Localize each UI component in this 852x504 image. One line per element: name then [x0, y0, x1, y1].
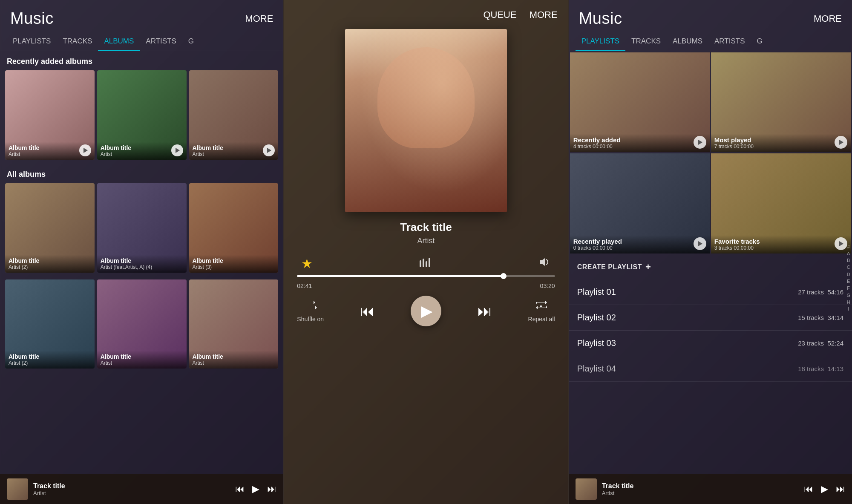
alpha-hash[interactable]: # [846, 243, 850, 249]
album-artist: Artist [101, 360, 183, 366]
alpha-f[interactable]: F [846, 285, 850, 291]
all-albums-grid-1: Album title Artist (2) Album title Artis… [0, 183, 283, 277]
play-button[interactable]: ▶ [411, 296, 441, 326]
albums-more-button[interactable]: MORE [245, 13, 273, 24]
player-more-button[interactable]: MORE [530, 9, 558, 20]
tab-g-3[interactable]: G [751, 32, 768, 51]
play-pause-button-3[interactable]: ▶ [821, 484, 828, 495]
list-item[interactable]: Favorite tracks 3 tracks 00:00:00 [711, 153, 851, 253]
playlists-more-button[interactable]: MORE [814, 13, 842, 24]
tab-albums-1[interactable]: ALBUMS [98, 32, 140, 51]
list-item[interactable]: Album title Artist [189, 279, 279, 369]
shuffle-icon [304, 300, 317, 313]
prev-track-button[interactable]: ⏮ [360, 303, 374, 320]
album-info: Album title Artist (2) [5, 255, 95, 273]
albums-content: Music MORE PLAYLISTS TRACKS ALBUMS ARTIS… [0, 0, 283, 504]
album-title: Album title [101, 257, 183, 264]
album-title: Album title [193, 353, 275, 360]
album-play-button[interactable] [171, 144, 183, 156]
list-item[interactable]: Album title Artist (2) [5, 183, 95, 273]
list-item[interactable]: Recently played 0 tracks 00:00:00 [570, 153, 710, 253]
smart-playlist-meta: 3 tracks 00:00:00 [714, 245, 847, 251]
album-art-container [284, 25, 567, 221]
progress-current: 02:41 [297, 282, 312, 289]
equalizer-icon[interactable] [419, 257, 432, 270]
queue-button[interactable]: QUEUE [483, 9, 516, 20]
alpha-h[interactable]: H [846, 299, 850, 305]
next-button[interactable]: ⏭ [267, 484, 276, 495]
mini-player-thumb [7, 478, 28, 500]
svg-rect-0 [420, 260, 421, 267]
album-play-button[interactable] [263, 144, 275, 156]
create-playlist-button[interactable]: CREATE PLAYLIST + [569, 255, 852, 279]
next-track-button[interactable]: ⏭ [478, 303, 492, 320]
volume-icon[interactable] [538, 257, 551, 270]
playlist-name: Playlist 02 [577, 313, 616, 323]
player-header: QUEUE MORE [284, 0, 567, 25]
album-artist: Artist (feat.Artist, A) (4) [101, 264, 183, 270]
svg-rect-3 [429, 258, 430, 267]
prev-button-3[interactable]: ⏮ [804, 484, 813, 495]
tab-artists-3[interactable]: ARTISTS [708, 32, 751, 51]
next-button-3[interactable]: ⏭ [836, 484, 845, 495]
playlist-name: Playlist 03 [577, 338, 616, 348]
player-icons-row: ★ [284, 252, 567, 275]
list-item[interactable]: Album title Artist (feat.Artist, A) (4) [97, 183, 187, 273]
tab-playlists-3[interactable]: PLAYLISTS [576, 32, 625, 51]
mini-controls: ⏮ ▶ ⏭ [235, 484, 276, 495]
alpha-d[interactable]: D [846, 271, 850, 277]
mini-player-info: Track title Artist [602, 482, 799, 496]
alpha-b[interactable]: B [846, 257, 850, 263]
list-item[interactable]: Album title Artist [97, 70, 187, 160]
progress-dot[interactable] [501, 273, 507, 279]
list-item[interactable]: Playlist 03 23 tracks 52:24 [569, 331, 852, 356]
list-item[interactable]: Album title Artist [189, 70, 279, 160]
tab-tracks-3[interactable]: TRACKS [625, 32, 667, 51]
track-title: Track title [293, 221, 559, 234]
list-item[interactable]: Playlist 04 18 tracks 14:13 [569, 356, 852, 382]
album-title: Album title [193, 144, 275, 151]
all-albums-title: All albums [0, 164, 283, 183]
shuffle-control[interactable]: Shuffle on [297, 300, 324, 323]
list-item[interactable]: Recently added 4 tracks 00:00:00 [570, 52, 710, 152]
alpha-e[interactable]: E [846, 278, 850, 284]
alpha-c[interactable]: C [846, 264, 850, 270]
playlist-meta: 27 tracks 54:16 [798, 288, 843, 296]
favorite-icon[interactable]: ★ [301, 256, 313, 271]
list-item[interactable]: Album title Artist (2) [5, 279, 95, 369]
alpha-i[interactable]: I [846, 306, 850, 312]
repeat-control[interactable]: A Repeat all [528, 300, 555, 323]
smart-playlist-info: Recently played 0 tracks 00:00:00 [570, 235, 710, 253]
smart-playlist-title: Recently played [573, 238, 706, 245]
list-item[interactable]: Most played 7 tracks 00:00:00 [711, 52, 851, 152]
tab-playlists-1[interactable]: PLAYLISTS [7, 32, 57, 51]
tab-g-1[interactable]: G [182, 32, 200, 51]
list-item[interactable]: Album title Artist [5, 70, 95, 160]
list-item[interactable]: Album title Artist [97, 279, 187, 369]
tab-artists-1[interactable]: ARTISTS [140, 32, 182, 51]
album-artist: Artist [9, 151, 91, 157]
smart-row-2: Recently played 0 tracks 00:00:00 Favori… [570, 153, 851, 253]
mini-player-artist: Artist [602, 490, 799, 496]
smart-row-1: Recently added 4 tracks 00:00:00 Most pl… [570, 52, 851, 152]
smart-playlist-play[interactable] [835, 237, 847, 250]
album-artist: Artist [193, 151, 275, 157]
list-item[interactable]: Album title Artist (3) [189, 183, 279, 273]
playlists-tabs: PLAYLISTS TRACKS ALBUMS ARTISTS G [569, 32, 852, 51]
progress-track[interactable] [297, 275, 555, 277]
smart-playlist-play[interactable] [694, 237, 706, 250]
alpha-g[interactable]: G [846, 292, 850, 298]
tab-tracks-1[interactable]: TRACKS [57, 32, 98, 51]
play-pause-button[interactable]: ▶ [252, 484, 259, 495]
album-title: Album title [101, 353, 183, 360]
album-artist: Artist (3) [193, 264, 275, 270]
list-item[interactable]: Playlist 02 15 tracks 34:14 [569, 305, 852, 331]
list-item[interactable]: Playlist 01 27 tracks 54:16 [569, 279, 852, 305]
playlists-scroll: Recently added 4 tracks 00:00:00 Most pl… [569, 51, 852, 504]
mini-player-1: Track title Artist ⏮ ▶ ⏭ [0, 474, 283, 504]
tab-albums-3[interactable]: ALBUMS [667, 32, 708, 51]
alpha-a[interactable]: A [846, 250, 850, 256]
prev-button[interactable]: ⏮ [235, 484, 245, 495]
album-play-button[interactable] [79, 144, 91, 156]
progress-container[interactable] [284, 275, 567, 279]
